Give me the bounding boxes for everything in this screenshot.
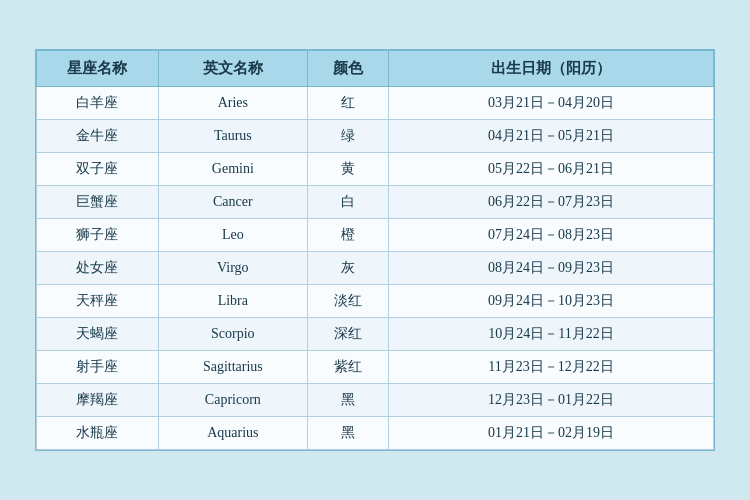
cell-cn: 白羊座 xyxy=(37,87,159,120)
cell-date: 10月24日－11月22日 xyxy=(389,318,714,351)
table-row: 射手座Sagittarius紫红11月23日－12月22日 xyxy=(37,351,714,384)
cell-color: 黄 xyxy=(307,153,388,186)
table-row: 狮子座Leo橙07月24日－08月23日 xyxy=(37,219,714,252)
cell-date: 11月23日－12月22日 xyxy=(389,351,714,384)
table-row: 水瓶座Aquarius黑01月21日－02月19日 xyxy=(37,417,714,450)
cell-cn: 狮子座 xyxy=(37,219,159,252)
cell-en: Aquarius xyxy=(158,417,307,450)
table-row: 巨蟹座Cancer白06月22日－07月23日 xyxy=(37,186,714,219)
cell-en: Leo xyxy=(158,219,307,252)
table-row: 双子座Gemini黄05月22日－06月21日 xyxy=(37,153,714,186)
zodiac-table: 星座名称 英文名称 颜色 出生日期（阳历） 白羊座Aries红03月21日－04… xyxy=(36,50,714,450)
cell-color: 橙 xyxy=(307,219,388,252)
cell-en: Taurus xyxy=(158,120,307,153)
header-color: 颜色 xyxy=(307,51,388,87)
cell-en: Sagittarius xyxy=(158,351,307,384)
cell-color: 淡红 xyxy=(307,285,388,318)
cell-en: Capricorn xyxy=(158,384,307,417)
cell-date: 01月21日－02月19日 xyxy=(389,417,714,450)
cell-en: Virgo xyxy=(158,252,307,285)
cell-color: 深红 xyxy=(307,318,388,351)
cell-color: 紫红 xyxy=(307,351,388,384)
cell-color: 白 xyxy=(307,186,388,219)
cell-date: 06月22日－07月23日 xyxy=(389,186,714,219)
table-row: 摩羯座Capricorn黑12月23日－01月22日 xyxy=(37,384,714,417)
cell-date: 05月22日－06月21日 xyxy=(389,153,714,186)
header-date: 出生日期（阳历） xyxy=(389,51,714,87)
cell-en: Aries xyxy=(158,87,307,120)
table-row: 天蝎座Scorpio深红10月24日－11月22日 xyxy=(37,318,714,351)
cell-date: 04月21日－05月21日 xyxy=(389,120,714,153)
cell-cn: 巨蟹座 xyxy=(37,186,159,219)
cell-color: 灰 xyxy=(307,252,388,285)
cell-en: Gemini xyxy=(158,153,307,186)
cell-date: 12月23日－01月22日 xyxy=(389,384,714,417)
zodiac-table-container: 星座名称 英文名称 颜色 出生日期（阳历） 白羊座Aries红03月21日－04… xyxy=(35,49,715,451)
cell-color: 绿 xyxy=(307,120,388,153)
cell-date: 03月21日－04月20日 xyxy=(389,87,714,120)
cell-date: 07月24日－08月23日 xyxy=(389,219,714,252)
table-row: 金牛座Taurus绿04月21日－05月21日 xyxy=(37,120,714,153)
cell-color: 红 xyxy=(307,87,388,120)
cell-cn: 天蝎座 xyxy=(37,318,159,351)
header-cn: 星座名称 xyxy=(37,51,159,87)
cell-en: Cancer xyxy=(158,186,307,219)
cell-date: 09月24日－10月23日 xyxy=(389,285,714,318)
cell-cn: 摩羯座 xyxy=(37,384,159,417)
cell-en: Libra xyxy=(158,285,307,318)
cell-cn: 射手座 xyxy=(37,351,159,384)
cell-cn: 金牛座 xyxy=(37,120,159,153)
table-row: 处女座Virgo灰08月24日－09月23日 xyxy=(37,252,714,285)
table-header-row: 星座名称 英文名称 颜色 出生日期（阳历） xyxy=(37,51,714,87)
table-row: 天秤座Libra淡红09月24日－10月23日 xyxy=(37,285,714,318)
table-row: 白羊座Aries红03月21日－04月20日 xyxy=(37,87,714,120)
header-en: 英文名称 xyxy=(158,51,307,87)
cell-cn: 天秤座 xyxy=(37,285,159,318)
cell-date: 08月24日－09月23日 xyxy=(389,252,714,285)
cell-color: 黑 xyxy=(307,384,388,417)
cell-cn: 处女座 xyxy=(37,252,159,285)
cell-cn: 双子座 xyxy=(37,153,159,186)
cell-cn: 水瓶座 xyxy=(37,417,159,450)
cell-color: 黑 xyxy=(307,417,388,450)
cell-en: Scorpio xyxy=(158,318,307,351)
